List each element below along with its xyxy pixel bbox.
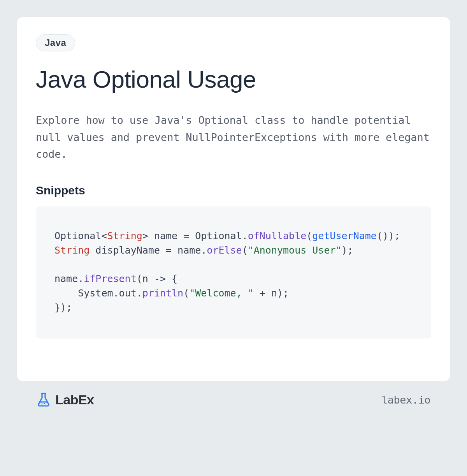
language-tag: Java <box>36 34 75 51</box>
svg-point-1 <box>44 403 45 404</box>
code-block: Optional<String> name = Optional.ofNulla… <box>36 206 431 338</box>
content-card: Java Java Optional Usage Explore how to … <box>17 17 450 381</box>
brand-name: LabEx <box>55 392 94 407</box>
description-text: Explore how to use Java's Optional class… <box>36 112 431 163</box>
page-title: Java Optional Usage <box>36 65 431 93</box>
footer: LabEx labex.io <box>17 381 450 407</box>
flask-icon <box>36 392 51 407</box>
page-root: Java Java Optional Usage Explore how to … <box>0 0 467 407</box>
site-url: labex.io <box>381 394 430 406</box>
svg-point-0 <box>41 403 42 404</box>
brand: LabEx <box>36 392 94 407</box>
snippets-heading: Snippets <box>36 184 431 197</box>
